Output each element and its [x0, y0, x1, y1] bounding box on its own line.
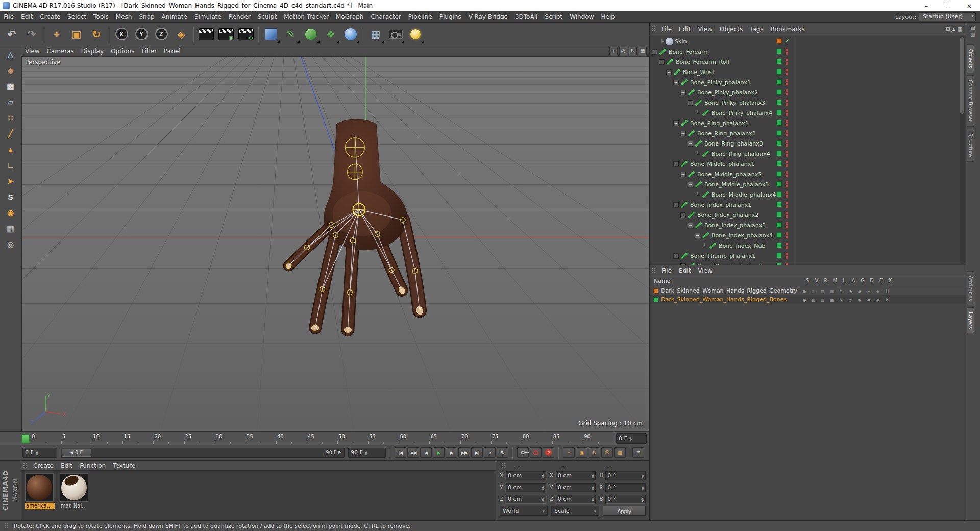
- enabled-check-icon[interactable]: ✓: [785, 37, 790, 44]
- object-mode-button[interactable]: ➤: [2, 174, 19, 188]
- size-y-input[interactable]: 0 cm ▲▼: [556, 483, 596, 492]
- minimize-button[interactable]: –: [916, 0, 937, 11]
- layer-toggle-g-icon[interactable]: ◉: [856, 297, 863, 302]
- layer-toggle-g-icon[interactable]: ◉: [856, 288, 863, 293]
- record-rotation-button[interactable]: ↻: [589, 447, 600, 458]
- visibility-dots-icon[interactable]: [786, 161, 788, 167]
- layer-color-chip[interactable]: [776, 222, 782, 228]
- object-skin[interactable]: └Skin✓: [650, 36, 966, 46]
- menu-tools[interactable]: Tools: [90, 13, 112, 20]
- layer-toggle-s-icon[interactable]: ●: [801, 297, 807, 302]
- workplane-mode-button[interactable]: ▱: [2, 94, 19, 109]
- object-bone-index-phalanx3[interactable]: −Bone_Index_phalanx3: [650, 220, 966, 230]
- record-parameter-button[interactable]: Ⓟ: [601, 447, 613, 458]
- record-scale-button[interactable]: ▣: [576, 447, 587, 458]
- visibility-dots-icon[interactable]: [786, 151, 788, 157]
- menu-v-ray-bridge[interactable]: V-Ray Bridge: [465, 13, 511, 20]
- object-bone-middle-phalanx1[interactable]: −Bone_Middle_phalanx1: [650, 159, 966, 169]
- menu-window[interactable]: Window: [566, 13, 597, 20]
- visibility-dots-icon[interactable]: [786, 120, 788, 126]
- visibility-dots-icon[interactable]: [786, 79, 788, 85]
- render-to-picture-viewer-button[interactable]: ▣: [216, 25, 236, 44]
- collapse-icon[interactable]: −: [688, 223, 693, 228]
- collapse-icon[interactable]: −: [688, 141, 693, 147]
- collapse-icon[interactable]: −: [680, 172, 686, 177]
- record-position-button[interactable]: +: [563, 447, 575, 458]
- stepper-icon[interactable]: ▲▼: [542, 473, 544, 478]
- panel-grip[interactable]: [4, 523, 9, 529]
- scrollbar-thumb[interactable]: [960, 37, 964, 114]
- layer-row-dark-skinned-woman-hands-rigged-geometry[interactable]: Dark_Skinned_Woman_Hands_Rigged_Geometry…: [650, 286, 966, 295]
- coordinate-space-dropdown[interactable]: World: [500, 506, 548, 516]
- visibility-dots-icon[interactable]: [786, 222, 788, 228]
- add-environment-button[interactable]: [341, 25, 360, 44]
- keying-settings-button[interactable]: ?: [543, 447, 554, 458]
- visibility-dots-icon[interactable]: [786, 100, 788, 106]
- zoom-view-icon[interactable]: ◎: [619, 47, 627, 55]
- goto-start-button[interactable]: |◀: [395, 447, 406, 458]
- layer-color-chip[interactable]: [776, 232, 782, 238]
- visibility-dots-icon[interactable]: [786, 212, 788, 218]
- menu-file[interactable]: File: [0, 13, 17, 20]
- layer-color-chip[interactable]: [776, 171, 782, 177]
- layer-color-chip[interactable]: [776, 100, 782, 105]
- layer-toggle-d-icon[interactable]: ▰: [866, 297, 872, 302]
- object-bone-pinky-phalanx3[interactable]: −Bone_Pinky_phalanx3: [650, 98, 966, 108]
- object-bone-middle-phalanx4[interactable]: └Bone_Middle_phalanx4: [650, 189, 966, 200]
- layer-color-chip[interactable]: [776, 191, 782, 197]
- layer-color-chip[interactable]: [653, 288, 658, 294]
- rotation-h-input[interactable]: 0 ° ▲▼: [605, 471, 646, 480]
- object-bone-pinky-phalanx1[interactable]: −Bone_Pinky_phalanx1: [650, 77, 966, 87]
- layer-toggle-e-icon[interactable]: ◈: [875, 297, 881, 302]
- search-icon[interactable]: [946, 27, 950, 31]
- menu-script[interactable]: Script: [541, 13, 566, 20]
- previous-frame-button[interactable]: ◀: [420, 447, 432, 458]
- undo-button[interactable]: ↶: [2, 25, 21, 44]
- stepper-icon[interactable]: ▲▼: [641, 497, 644, 502]
- layer-toggle-v-icon[interactable]: ▤: [811, 288, 817, 293]
- perspective-viewport[interactable]: Y X Z Perspective Grid Spacing : 10 cm: [21, 57, 649, 431]
- dock-pin-icon[interactable]: ▥: [970, 32, 975, 37]
- add-array-button[interactable]: ▦: [366, 25, 385, 44]
- frame-range-slider[interactable]: ◀ 0 F 90 F ▶: [61, 448, 345, 458]
- object-bone-thumb-phalanx2[interactable]: −Bone_Thumb_phalanx2: [650, 261, 966, 265]
- rotation-p-input[interactable]: 0 ° ▲▼: [605, 483, 646, 492]
- material-preview[interactable]: [25, 473, 54, 502]
- layer-color-chip[interactable]: [776, 151, 782, 156]
- solo-mode-button[interactable]: ◎: [2, 237, 19, 252]
- timeline-ruler[interactable]: 051015202530354045505560657075808590 0 F…: [0, 431, 649, 445]
- object-bone-index-phalanx2[interactable]: −Bone_Index_phalanx2: [650, 210, 966, 220]
- dock-tab-content-browser[interactable]: Content Browser: [967, 75, 974, 127]
- stepper-icon[interactable]: ▲▼: [592, 485, 594, 490]
- add-cube-button[interactable]: [261, 25, 281, 44]
- rotate-tool-button[interactable]: ↻: [87, 25, 106, 44]
- stepper-icon[interactable]: ▲▼: [542, 485, 544, 490]
- object-bone-thumb-phalanx1[interactable]: −Bone_Thumb_phalanx1: [650, 251, 966, 261]
- menu-plugins[interactable]: Plugins: [436, 13, 465, 20]
- layer-color-chip[interactable]: [776, 263, 782, 265]
- layer-color-chip[interactable]: [776, 202, 782, 207]
- frame-end-field[interactable]: 90 F ▲▼: [348, 448, 386, 458]
- menu-3dtoall[interactable]: 3DToAll: [511, 13, 541, 20]
- layer-color-chip[interactable]: [776, 110, 782, 115]
- next-key-button[interactable]: ▶▶: [458, 447, 470, 458]
- collapse-icon[interactable]: −: [673, 253, 679, 259]
- menu-create[interactable]: Create: [36, 13, 64, 20]
- layer-color-chip[interactable]: [776, 59, 782, 64]
- dock-tab-layers[interactable]: Layers: [967, 307, 974, 333]
- stepper-icon[interactable]: ▲▼: [641, 473, 644, 478]
- quantize-button[interactable]: ◉: [2, 205, 19, 220]
- visibility-dots-icon[interactable]: [786, 171, 788, 177]
- panel-grip[interactable]: [651, 267, 656, 274]
- visibility-dots-icon[interactable]: [786, 89, 788, 95]
- object-bone-forearm[interactable]: −Bone_Forearm: [650, 46, 966, 57]
- visibility-dots-icon[interactable]: [786, 59, 788, 65]
- object-bone-middle-phalanx3[interactable]: −Bone_Middle_phalanx3: [650, 179, 966, 189]
- layer-color-chip[interactable]: [776, 243, 782, 248]
- model-mode-button[interactable]: ◆: [2, 63, 19, 78]
- selected-joint-circle[interactable]: [353, 204, 365, 216]
- dock-tab-objects[interactable]: Objects: [967, 44, 974, 73]
- menu-render[interactable]: Render: [225, 13, 254, 20]
- stepper-icon[interactable]: ▲▼: [592, 497, 594, 502]
- object-bone-ring-phalanx1[interactable]: −Bone_Ring_phalanx1: [650, 118, 966, 128]
